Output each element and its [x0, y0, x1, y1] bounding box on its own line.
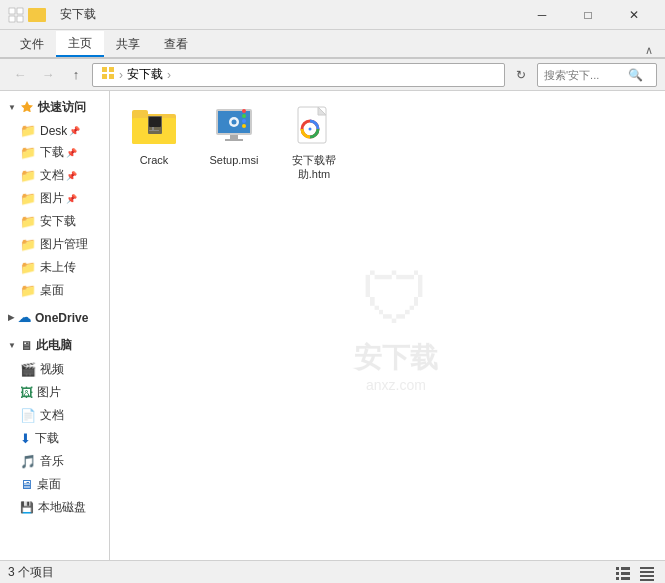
- svg-point-24: [242, 119, 246, 123]
- quick-access-chevron: ▼: [8, 103, 16, 112]
- sidebar-item-desktop[interactable]: 📁 桌面: [0, 279, 109, 302]
- sidebar-item-anxiazai[interactable]: 📁 安下载: [0, 210, 109, 233]
- svg-rect-3: [17, 16, 23, 22]
- sidebar-item-dl[interactable]: ⬇ 下载: [0, 427, 109, 450]
- watermark-icon: 🛡: [354, 259, 438, 339]
- folder-icon-download: 📁: [20, 145, 36, 160]
- svg-rect-36: [616, 577, 619, 580]
- onedrive-icon: ☁: [18, 310, 31, 325]
- sidebar-label-desk2: 桌面: [37, 476, 61, 493]
- svg-rect-5: [109, 67, 114, 72]
- pin-icon-desk: 📌: [69, 126, 80, 136]
- window-title: 安下载: [60, 6, 519, 23]
- address-bar: ← → ↑ › 安下载 › ↻ 🔍: [0, 59, 665, 91]
- close-button[interactable]: ✕: [611, 0, 657, 30]
- thispc-chevron: ▼: [8, 341, 16, 350]
- forward-button[interactable]: →: [36, 63, 60, 87]
- svg-rect-39: [640, 571, 654, 573]
- svg-rect-34: [616, 572, 619, 575]
- sidebar-item-docs[interactable]: 📄 文档: [0, 404, 109, 427]
- pin-icon-pictures: 📌: [66, 194, 77, 204]
- tab-view[interactable]: 查看: [152, 31, 200, 57]
- file-item-htm[interactable]: 安下载帮助.htm: [278, 99, 350, 186]
- msi-icon: [210, 103, 258, 151]
- svg-point-22: [242, 109, 246, 113]
- svg-rect-13: [149, 117, 161, 127]
- refresh-button[interactable]: ↻: [509, 63, 533, 87]
- sidebar-label-images: 图片: [37, 384, 61, 401]
- up-button[interactable]: ↑: [64, 63, 88, 87]
- path-segment[interactable]: 安下载: [127, 66, 163, 83]
- sidebar-label-uploaded: 未上传: [40, 259, 76, 276]
- file-item-crack[interactable]: Crack: [118, 99, 190, 186]
- music-icon: 🎵: [20, 454, 36, 469]
- htm-icon: [290, 103, 338, 151]
- path-separator: ›: [119, 68, 123, 82]
- onedrive-label: OneDrive: [35, 311, 88, 325]
- crack-folder-icon: [130, 103, 178, 151]
- sidebar: ▼ 快速访问 📁 Desk 📌 📁 下载 📌 📁 文档 📌 📁 图: [0, 91, 110, 560]
- file-item-setup[interactable]: Setup.msi: [198, 99, 270, 186]
- sidebar-item-pictures[interactable]: 📁 图片 📌: [0, 187, 109, 210]
- title-bar-icons: [8, 7, 52, 23]
- tab-share[interactable]: 共享: [104, 31, 152, 57]
- onedrive-header[interactable]: ▶ ☁ OneDrive: [0, 306, 109, 329]
- svg-rect-33: [621, 567, 630, 570]
- back-button[interactable]: ←: [8, 63, 32, 87]
- sidebar-item-uploaded[interactable]: 📁 未上传: [0, 256, 109, 279]
- svg-rect-37: [621, 577, 630, 580]
- tab-file[interactable]: 文件: [8, 31, 56, 57]
- minimize-button[interactable]: ─: [519, 0, 565, 30]
- ribbon-tabs: 文件 主页 共享 查看 ∧: [0, 30, 665, 58]
- ribbon: 文件 主页 共享 查看 ∧: [0, 30, 665, 59]
- svg-rect-15: [149, 130, 159, 131]
- desk2-icon: 🖥: [20, 477, 33, 492]
- search-box[interactable]: 🔍: [537, 63, 657, 87]
- address-path[interactable]: › 安下载 ›: [92, 63, 505, 87]
- pin-icon-documents: 📌: [66, 171, 77, 181]
- quick-access-header[interactable]: ▼ 快速访问: [0, 95, 109, 120]
- folder-icon-desk: 📁: [20, 123, 36, 138]
- tab-home[interactable]: 主页: [56, 31, 104, 57]
- sidebar-item-download[interactable]: 📁 下载 📌: [0, 141, 109, 164]
- search-input[interactable]: [544, 69, 624, 81]
- svg-rect-7: [109, 74, 114, 79]
- svg-rect-21: [225, 139, 243, 141]
- folder-icon: [28, 8, 46, 22]
- svg-rect-0: [9, 8, 15, 14]
- folder-icon-anxiazai: 📁: [20, 214, 36, 229]
- sidebar-label-desk: Desk: [40, 124, 67, 138]
- thispc-header[interactable]: ▼ 🖥 此电脑: [0, 333, 109, 358]
- docs-icon: 📄: [20, 408, 36, 423]
- svg-point-25: [242, 124, 246, 128]
- sidebar-item-documents[interactable]: 📁 文档 📌: [0, 164, 109, 187]
- sidebar-label-desktop: 桌面: [40, 282, 64, 299]
- sidebar-item-images[interactable]: 🖼 图片: [0, 381, 109, 404]
- file-grid: Crack: [118, 99, 657, 186]
- sidebar-item-music[interactable]: 🎵 音乐: [0, 450, 109, 473]
- view-details-button[interactable]: [637, 564, 657, 582]
- sidebar-item-desk2[interactable]: 🖥 桌面: [0, 473, 109, 496]
- status-bar: 3 个项目: [0, 560, 665, 583]
- sidebar-item-video[interactable]: 🎬 视频: [0, 358, 109, 381]
- view-controls: [613, 564, 657, 582]
- path-home-icon: [101, 66, 115, 83]
- setup-label: Setup.msi: [210, 153, 259, 167]
- view-list-button[interactable]: [613, 564, 633, 582]
- svg-point-23: [242, 114, 246, 118]
- watermark: 🛡 安下载 anxz.com: [354, 259, 438, 393]
- sidebar-item-desk[interactable]: 📁 Desk 📌: [0, 120, 109, 141]
- search-icon: 🔍: [628, 68, 643, 82]
- sidebar-item-localdisk[interactable]: 💾 本地磁盘: [0, 496, 109, 519]
- htm-label: 安下载帮助.htm: [282, 153, 346, 182]
- svg-rect-20: [230, 135, 238, 139]
- pin-icon-download: 📌: [66, 148, 77, 158]
- ribbon-collapse[interactable]: ∧: [645, 44, 657, 57]
- sidebar-item-picmgr[interactable]: 📁 图片管理: [0, 233, 109, 256]
- sidebar-label-docs: 文档: [40, 407, 64, 424]
- dl-icon: ⬇: [20, 431, 31, 446]
- folder-icon-picmgr: 📁: [20, 237, 36, 252]
- maximize-button[interactable]: □: [565, 0, 611, 30]
- svg-rect-14: [152, 127, 154, 130]
- svg-rect-1: [17, 8, 23, 14]
